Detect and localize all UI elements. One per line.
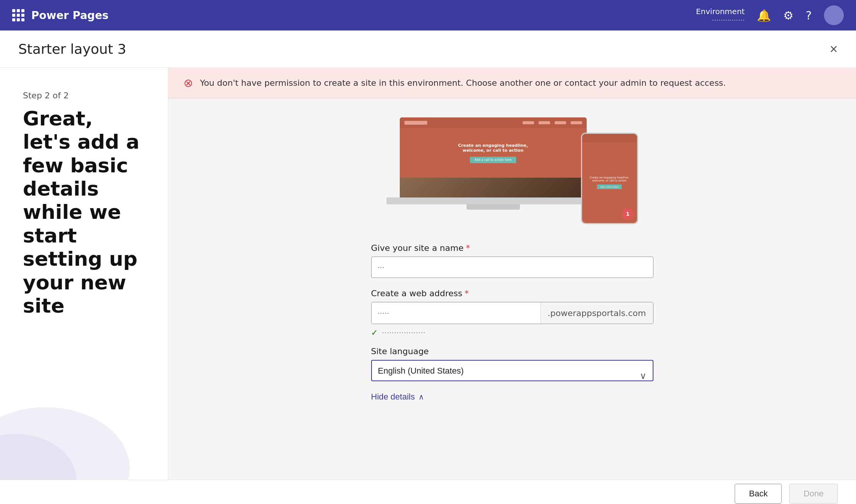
site-language-select[interactable]: English (United States) French (France) …: [371, 360, 653, 381]
main-content: Step 2 of 2 Great, let's add a few basic…: [0, 68, 856, 480]
form-area: Create an engaging headline,welcome, or …: [168, 98, 856, 480]
close-button[interactable]: ×: [830, 42, 838, 56]
laptop-headline: Create an engaging headline,welcome, or …: [458, 143, 528, 153]
laptop-nav-link: [571, 121, 582, 124]
web-address-row: .powerappsportals.com: [371, 302, 653, 324]
settings-icon[interactable]: ⚙: [783, 9, 793, 22]
web-address-label: Create a web address *: [371, 289, 653, 298]
notification-icon[interactable]: 🔔: [757, 9, 771, 22]
step-label: Step 2 of 2: [23, 91, 145, 100]
required-star-web: *: [465, 289, 469, 298]
check-text: ··················: [382, 328, 425, 337]
laptop-screen: Create an engaging headline,welcome, or …: [400, 117, 587, 197]
top-navigation: Power Pages Environment ··············· …: [0, 0, 856, 30]
done-button[interactable]: Done: [789, 484, 838, 504]
error-message: You don't have permission to create a si…: [200, 78, 726, 88]
app-logo[interactable]: Power Pages: [12, 9, 109, 22]
topnav-right: Environment ··············· 🔔 ⚙ ?: [696, 5, 844, 25]
phone-badge: 1: [622, 208, 634, 220]
address-check: ✓ ··················: [371, 328, 653, 337]
error-icon: ⊗: [183, 76, 193, 90]
waffle-icon[interactable]: [12, 9, 24, 21]
environment-block[interactable]: Environment ···············: [696, 7, 745, 24]
required-star: *: [466, 243, 470, 253]
laptop-mockup: Create an engaging headline,welcome, or …: [386, 117, 600, 220]
site-language-wrapper: English (United States) French (France) …: [371, 360, 653, 392]
environment-label: Environment: [696, 7, 745, 16]
header-bar: Starter layout 3 ×: [0, 30, 856, 68]
phone-text: Create an engaging headline, welcome, or…: [585, 176, 634, 182]
laptop-nav-logo: [404, 121, 427, 125]
laptop-nav-link: [523, 121, 534, 124]
site-name-label: Give your site a name *: [371, 243, 653, 253]
app-title: Power Pages: [31, 9, 109, 22]
laptop-image-strip: [400, 178, 587, 197]
sidebar: Step 2 of 2 Great, let's add a few basic…: [0, 68, 168, 480]
avatar[interactable]: [824, 5, 844, 25]
laptop-nav-link: [555, 121, 566, 124]
laptop-hero: Create an engaging headline,welcome, or …: [400, 128, 587, 178]
laptop-nav-links: [523, 121, 582, 124]
hide-details-label: Hide details: [371, 392, 415, 402]
web-address-input[interactable]: [372, 302, 541, 324]
chevron-up-icon: ∧: [418, 392, 424, 401]
sidebar-heading: Great, let's add a few basic details whi…: [23, 107, 145, 318]
help-icon[interactable]: ?: [806, 9, 812, 22]
check-icon: ✓: [371, 328, 378, 337]
laptop-navbar: [400, 117, 587, 128]
site-language-label: Site language: [371, 347, 653, 356]
environment-sub: ···············: [712, 16, 745, 24]
laptop-base: [386, 197, 600, 204]
phone-mockup: Create an engaging headline, welcome, or…: [581, 133, 638, 224]
phone-nav: [582, 134, 637, 142]
web-address-suffix: .powerappsportals.com: [541, 302, 653, 324]
laptop-stand: [467, 204, 520, 210]
hide-details-button[interactable]: Hide details ∧: [371, 392, 425, 402]
phone-cta: Add a call to action: [597, 185, 621, 189]
right-panel: ⊗ You don't have permission to create a …: [168, 68, 856, 480]
form-fields: Give your site a name * Create a web add…: [371, 243, 653, 402]
page-title: Starter layout 3: [18, 41, 126, 57]
site-name-input[interactable]: [371, 257, 653, 278]
back-button[interactable]: Back: [735, 484, 782, 504]
error-banner: ⊗ You don't have permission to create a …: [168, 68, 856, 98]
site-preview: Create an engaging headline,welcome, or …: [386, 114, 638, 228]
footer: Back Done: [0, 480, 856, 504]
laptop-nav-link: [539, 121, 550, 124]
laptop-cta: Add a call to action here: [470, 157, 516, 163]
sidebar-decoration: [0, 350, 145, 480]
